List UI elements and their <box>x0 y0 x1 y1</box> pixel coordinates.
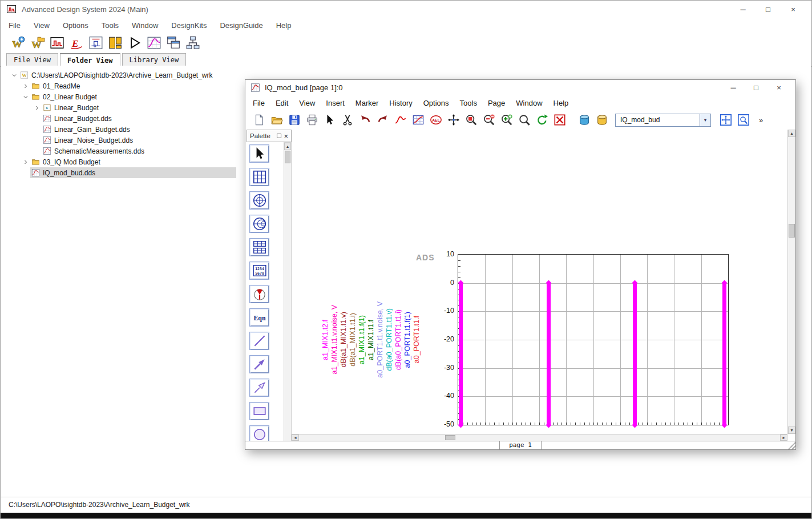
print-button[interactable] <box>304 112 320 127</box>
open-folder-button[interactable] <box>269 112 284 127</box>
zoom-button[interactable] <box>516 112 532 127</box>
arrow-filled-tool[interactable] <box>249 355 269 373</box>
scroll-left-icon[interactable]: ◂ <box>292 434 299 441</box>
dataset-open-button[interactable] <box>594 112 609 127</box>
zoom-in-button[interactable] <box>499 112 514 127</box>
tree-item-iq-mod-bud-dds[interactable]: IQ_mod_bud.dds <box>30 167 236 178</box>
tree-item-linear-noise-budget-dds[interactable]: Linear_Noise_Budget.dds <box>42 135 236 146</box>
fit-all-button[interactable] <box>736 112 751 127</box>
zoom-out-button[interactable] <box>481 112 496 127</box>
rect-plot-tool[interactable] <box>249 168 269 186</box>
display-menu-tools[interactable]: Tools <box>460 99 477 107</box>
horizontal-scroll-thumb[interactable] <box>445 435 455 440</box>
scroll-right-icon[interactable]: ▸ <box>780 434 787 441</box>
insert-plot-button[interactable] <box>410 112 426 127</box>
palette-scroll-up-icon[interactable]: ▴ <box>284 143 291 150</box>
display-menu-page[interactable]: Page <box>488 99 505 107</box>
menu-window[interactable]: Window <box>132 21 158 30</box>
tree-item-schematicmeasurements-dds[interactable]: SchematicMeasurements.dds <box>42 146 236 156</box>
cascade-windows-button[interactable] <box>165 35 181 51</box>
chart-canvas[interactable]: ADS a1_MIX1.t2.fa1_MIX1.t1.v.noise, VdB(… <box>292 130 787 434</box>
tab-library-view[interactable]: Library View <box>122 53 187 66</box>
polar-plot-tool[interactable] <box>249 191 269 210</box>
tab-folder-view[interactable]: Folder View <box>60 53 120 67</box>
ael-button[interactable]: AEL <box>428 112 443 127</box>
menu-designguide[interactable]: DesignGuide <box>220 21 262 30</box>
tree-item-linear-gain-budget-dds[interactable]: Linear_Gain_Budget.dds <box>42 124 236 135</box>
eqn-tool[interactable]: Eqn <box>249 308 269 327</box>
pin-icon[interactable] <box>277 134 281 138</box>
display-menu-help[interactable]: Help <box>554 99 569 107</box>
combobox-dropdown-icon[interactable]: ▾ <box>700 114 710 126</box>
antenna-plot-tool[interactable] <box>249 285 269 303</box>
display-menu-file[interactable]: File <box>253 99 265 107</box>
page-tab[interactable]: page 1 <box>499 441 542 449</box>
horizontal-scrollbar[interactable]: ◂ ▸ <box>292 434 787 441</box>
data-display-button[interactable] <box>146 35 162 51</box>
vertical-scrollbar[interactable]: ▴ ▾ <box>787 130 795 434</box>
line-tool[interactable] <box>249 332 269 350</box>
chevron-down-icon[interactable] <box>21 92 30 102</box>
display-menu-history[interactable]: History <box>389 99 412 107</box>
examples-button[interactable]: E <box>68 35 84 51</box>
display-close-button[interactable]: × <box>767 81 790 95</box>
tree-item-linear-budget[interactable]: cLinear_Budget <box>42 102 236 113</box>
hierarchy-button[interactable] <box>184 35 201 51</box>
refresh-button[interactable] <box>534 112 550 127</box>
tree-item-linear-budget-dds[interactable]: Linear_Budget.dds <box>42 113 236 124</box>
palette-close-icon[interactable]: × <box>284 132 288 140</box>
dataset-combobox[interactable]: IQ_mod_bud ▾ <box>615 114 711 127</box>
trace-button[interactable] <box>393 112 408 127</box>
open-workspace-button[interactable]: W <box>29 35 46 51</box>
cut-button[interactable] <box>340 112 355 127</box>
arrow-outline-tool[interactable] <box>249 379 269 397</box>
simulate-button[interactable] <box>126 35 143 51</box>
menu-options[interactable]: Options <box>63 21 88 30</box>
scroll-down-icon[interactable]: ▾ <box>788 427 795 434</box>
fit-window-button[interactable] <box>718 112 733 127</box>
tree-item-03-iq-mod-budget[interactable]: 03_IQ Mod Budget <box>30 156 236 167</box>
pan-button[interactable] <box>446 112 461 127</box>
redo-button[interactable] <box>375 112 390 127</box>
close-button[interactable]: × <box>781 2 806 17</box>
display-menu-marker[interactable]: Marker <box>355 99 378 107</box>
resize-grip[interactable] <box>787 441 795 449</box>
chevron-down-icon[interactable] <box>9 71 19 80</box>
display-menu-insert[interactable]: Insert <box>326 99 345 107</box>
display-menu-view[interactable]: View <box>299 99 315 107</box>
menu-designkits[interactable]: DesignKits <box>171 21 207 30</box>
new-layout-button[interactable] <box>107 35 123 51</box>
tab-file-view[interactable]: File View <box>6 53 58 66</box>
tree-item-c-users-laopo-isightdb-2023-archive-learn-budget-wrk[interactable]: WC:\Users\LAOPO\isightdb-2023\Archive_Le… <box>19 70 236 81</box>
scroll-up-icon[interactable]: ▴ <box>788 130 795 137</box>
dataset-button[interactable] <box>576 112 592 127</box>
menu-view[interactable]: View <box>34 21 50 30</box>
vertical-scroll-thumb[interactable] <box>789 224 795 238</box>
chevron-right-icon[interactable] <box>21 158 30 167</box>
new-schematic-button[interactable] <box>87 35 104 51</box>
pointer-tool[interactable] <box>249 144 269 163</box>
toolbar-overflow-button[interactable]: » <box>757 116 765 124</box>
rectangle-tool[interactable] <box>249 402 269 420</box>
maximize-button[interactable]: □ <box>756 2 781 17</box>
menu-tools[interactable]: Tools <box>102 21 119 30</box>
pointer-button[interactable] <box>322 112 337 127</box>
display-menu-edit[interactable]: Edit <box>276 99 288 107</box>
tree-item-01-readme[interactable]: 01_ReadMe <box>30 81 236 91</box>
minimize-button[interactable]: ─ <box>730 2 756 17</box>
menu-file[interactable]: File <box>9 21 21 30</box>
smith-chart-tool[interactable] <box>249 215 269 233</box>
ads-main-button[interactable] <box>49 35 65 51</box>
new-page-button[interactable] <box>251 112 266 127</box>
list-plot-tool[interactable]: 12345678 <box>249 261 269 280</box>
display-menu-window[interactable]: Window <box>516 99 542 107</box>
display-maximize-button[interactable]: □ <box>745 81 767 95</box>
palette-scroll-thumb[interactable] <box>285 151 290 163</box>
tree-item-02-linear-budget[interactable]: 02_Linear Budget <box>30 91 236 102</box>
zoom-area-button[interactable] <box>463 112 479 127</box>
display-menu-options[interactable]: Options <box>423 99 449 107</box>
new-workspace-button[interactable]: W <box>10 35 26 51</box>
save-button[interactable] <box>286 112 302 127</box>
display-minimize-button[interactable]: ─ <box>722 81 745 95</box>
chevron-right-icon[interactable] <box>32 103 42 112</box>
